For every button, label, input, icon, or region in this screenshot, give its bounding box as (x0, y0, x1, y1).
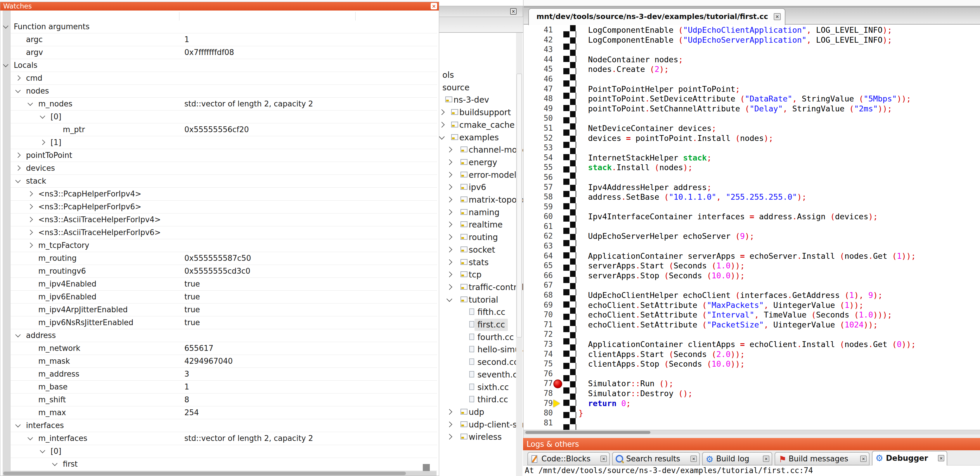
scrollbar-thumb[interactable] (3, 471, 406, 475)
logs-tab-code-blocks[interactable]: Code::Blocks× (527, 452, 610, 465)
line-number[interactable]: 68 (523, 290, 553, 300)
chevron-down-icon[interactable] (27, 435, 33, 440)
chevron-down-icon[interactable] (27, 100, 33, 105)
line-number[interactable]: 59 (523, 202, 553, 212)
chevron-right-icon[interactable] (27, 217, 33, 222)
tree-item[interactable]: matrix-topology (437, 194, 523, 206)
tree-item[interactable]: error-model (437, 169, 523, 181)
scrollbar-thumb[interactable] (517, 73, 522, 337)
watch-row[interactable]: m_routingv60x5555555cd3c0 (11, 265, 437, 278)
chevron-right-icon[interactable] (15, 75, 21, 80)
chevron-right-icon[interactable] (27, 230, 33, 235)
watch-row[interactable]: <ns3::AsciiTraceHelperForIpv4> (11, 214, 437, 226)
line-number[interactable]: 53 (523, 143, 553, 153)
line-number[interactable]: 57 (523, 182, 553, 192)
watch-row[interactable]: m_base1 (11, 381, 437, 393)
code-line[interactable]: 67 (523, 280, 980, 290)
chevron-down-icon[interactable] (15, 422, 21, 427)
watch-row[interactable]: interfaces (11, 419, 437, 432)
line-number[interactable]: 42 (523, 35, 553, 45)
tree-item[interactable]: hello-simulator.cc (437, 343, 523, 356)
tree-item[interactable]: seventh.cc (437, 369, 523, 381)
tree-item[interactable]: source (437, 81, 523, 94)
chevron-down-icon[interactable] (15, 332, 21, 337)
code-line[interactable]: 77 Simulator::Run (); (523, 379, 980, 388)
line-number[interactable]: 70 (523, 310, 553, 320)
line-number[interactable]: 62 (523, 231, 553, 241)
close-icon[interactable]: × (860, 455, 867, 462)
watch-row[interactable]: m_network655617 (11, 342, 437, 355)
chevron-right-icon[interactable] (439, 109, 445, 115)
line-number[interactable]: 48 (523, 94, 553, 104)
close-icon[interactable]: × (600, 455, 607, 462)
chevron-down-icon[interactable] (15, 177, 21, 183)
close-icon[interactable]: × (510, 8, 517, 14)
chevron-right-icon[interactable] (447, 184, 452, 190)
chevron-right-icon[interactable] (447, 147, 452, 153)
code-line[interactable]: 47 PointToPointHelper pointToPoint; (523, 84, 980, 94)
code-line[interactable]: 52 devices = pointToPoint.Install (nodes… (523, 133, 980, 143)
watch-row[interactable]: m_address3 (11, 368, 437, 381)
tree-item[interactable]: wireless (437, 431, 523, 443)
tree-item[interactable]: ipv6 (437, 181, 523, 193)
line-number[interactable]: 65 (523, 261, 553, 271)
line-number[interactable]: 61 (523, 222, 553, 232)
watch-row[interactable]: m_ipv6NsRsJitterEnabledtrue (11, 316, 437, 329)
tree-item[interactable]: sixth.cc (437, 381, 523, 393)
watch-row[interactable]: m_routing0x555555587c50 (11, 252, 437, 265)
chevron-down-icon[interactable] (40, 113, 45, 118)
line-number[interactable]: 73 (523, 339, 553, 350)
line-number[interactable]: 77 (523, 379, 553, 388)
code-line[interactable]: 70 echoClient.SetAttribute ("Interval", … (523, 310, 980, 320)
code-line[interactable]: 68 UdpEchoClientHelper echoClient (inter… (523, 290, 980, 300)
tree-item[interactable]: naming (437, 206, 523, 219)
chevron-right-icon[interactable] (447, 284, 452, 290)
code-line[interactable]: 53 (523, 143, 980, 153)
chevron-right-icon[interactable] (447, 421, 452, 427)
watch-row[interactable]: argv0x7fffffffdf08 (11, 46, 437, 59)
watch-row[interactable]: [0] (11, 445, 437, 458)
chevron-right-icon[interactable] (447, 197, 452, 203)
tree-item[interactable]: first.cc (437, 319, 523, 331)
watch-row[interactable]: address (11, 329, 437, 342)
watch-row[interactable]: <ns3::PcapHelperForIpv6> (11, 201, 437, 214)
chevron-right-icon[interactable] (447, 272, 452, 278)
line-number[interactable]: 76 (523, 369, 553, 379)
chevron-right-icon[interactable] (447, 172, 452, 177)
watches-titlebar[interactable]: Watches (0, 2, 439, 11)
tree-item[interactable]: socket (437, 244, 523, 256)
code-line[interactable]: 66 serverApps.Stop (Seconds (10.0)); (523, 271, 980, 281)
chevron-right-icon[interactable] (447, 434, 452, 440)
logs-tab-build-messages[interactable]: ⚑Build messages× (775, 452, 870, 465)
line-number[interactable]: 54 (523, 153, 553, 163)
code-line[interactable]: 76 (523, 369, 980, 379)
chevron-down-icon[interactable] (447, 296, 452, 302)
code-line[interactable]: 64 ApplicationContainer serverApps = ech… (523, 251, 980, 261)
tree-item[interactable]: examples (437, 132, 523, 144)
code-line[interactable]: 59 (523, 202, 980, 212)
code-line[interactable]: 69 echoClient.SetAttribute ("MaxPackets"… (523, 300, 980, 310)
watch-row[interactable]: m_mask4294967040 (11, 355, 437, 368)
tree-item[interactable]: cmake_cache (437, 119, 523, 131)
close-icon[interactable]: × (690, 455, 697, 462)
code-line[interactable]: 73 ApplicationContainer clientApps = ech… (523, 339, 980, 350)
editor-horizontal-scrollbar[interactable] (523, 430, 980, 434)
chevron-right-icon[interactable] (40, 139, 45, 145)
tree-item[interactable]: tutorial (437, 294, 523, 306)
watch-row[interactable]: m_ipv4ArpJitterEnabledtrue (11, 303, 437, 316)
tree-item[interactable]: udp-client-server (437, 419, 523, 431)
watch-row[interactable]: m_max254 (11, 406, 437, 419)
line-number[interactable]: 60 (523, 212, 553, 222)
line-number[interactable]: 58 (523, 192, 553, 202)
watch-row[interactable]: cmd (11, 72, 437, 85)
chevron-right-icon[interactable] (27, 204, 33, 209)
tree-item[interactable]: traffic-control (437, 281, 523, 294)
close-icon[interactable]: × (774, 13, 781, 20)
line-number[interactable]: 49 (523, 104, 553, 114)
chevron-right-icon[interactable] (439, 121, 445, 128)
line-number[interactable]: 72 (523, 329, 553, 339)
tree-item[interactable]: tcp (437, 269, 523, 281)
code-line[interactable]: 75 clientApps.Stop (Seconds (10.0)); (523, 359, 980, 369)
close-icon[interactable]: × (938, 455, 944, 462)
watch-row[interactable]: m_ptr0x55555556cf20 (11, 123, 437, 136)
